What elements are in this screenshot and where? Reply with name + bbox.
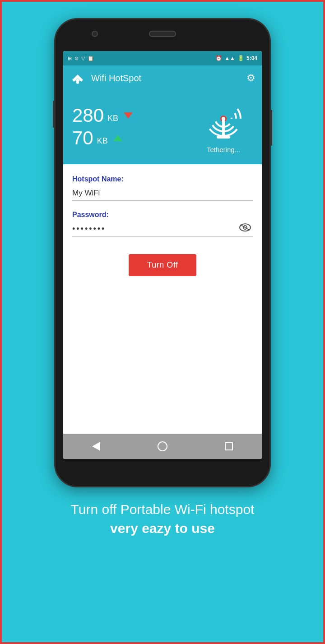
image-icon: ⊞: [68, 56, 72, 61]
toggle-password-icon[interactable]: [239, 223, 251, 234]
back-icon: [92, 442, 100, 451]
hotspot-name-label: Hotspot Name:: [72, 175, 253, 183]
caption-line1: Turn off Portable Wi-Fi hotspot: [71, 500, 255, 519]
svg-rect-8: [222, 119, 225, 137]
nav-recents-button[interactable]: [225, 442, 233, 450]
settings-icon[interactable]: ⚙: [246, 72, 255, 84]
upload-unit: KB: [97, 136, 108, 146]
hotspot-name-input[interactable]: [72, 187, 253, 201]
caption-line2: very eazy to use: [71, 519, 255, 538]
antenna-section: Tethering...: [199, 100, 248, 153]
status-right: ⏰ ▲▲ 🔋 5:04: [215, 55, 257, 61]
recents-icon: [225, 442, 233, 450]
upload-value: 70: [72, 129, 93, 148]
svg-point-2: [76, 81, 79, 84]
phone-top-bar: [56, 19, 269, 51]
status-bar: ⊞ ⊚ ▽ 📋 ⏰ ▲▲ 🔋 5:04: [63, 51, 262, 65]
caption: Turn off Portable Wi-Fi hotspot very eaz…: [53, 500, 273, 538]
phone-screen: ⊞ ⊚ ▽ 📋 ⏰ ▲▲ 🔋 5:04: [63, 51, 262, 459]
home-icon: [158, 441, 167, 451]
upload-arrow-icon: [113, 135, 122, 141]
app-title: Wifi HotSpot: [91, 73, 246, 83]
nav-back-button[interactable]: [92, 442, 100, 451]
phone-bottom-nav: [63, 434, 262, 459]
upload-row: 70 KB: [72, 129, 133, 148]
app-header: Wifi HotSpot ⚙: [63, 65, 262, 91]
download-value: 280: [72, 106, 104, 125]
tethering-status: Tethering...: [207, 146, 240, 153]
password-label: Password:: [72, 211, 253, 219]
vpn-icon: ▽: [81, 56, 85, 61]
phone-camera: [92, 31, 98, 37]
antenna-icon: [199, 100, 248, 145]
phone-shell: ⊞ ⊚ ▽ 📋 ⏰ ▲▲ 🔋 5:04: [54, 18, 271, 487]
download-unit: KB: [107, 114, 118, 123]
status-time: 5:04: [246, 55, 257, 61]
phone-bottom-bar: [56, 459, 269, 486]
password-row: [72, 222, 253, 247]
battery-icon: 🔋: [237, 55, 244, 61]
wifi-logo-icon: [70, 70, 86, 86]
download-row: 280 KB: [72, 106, 133, 125]
turn-off-button[interactable]: Turn Off: [129, 254, 196, 276]
download-arrow-icon: [124, 112, 133, 119]
status-left: ⊞ ⊚ ▽ 📋: [68, 56, 94, 61]
alarm-icon: ⏰: [215, 55, 222, 61]
password-input[interactable]: [72, 222, 253, 237]
svg-rect-9: [217, 136, 230, 139]
clipboard-icon: 📋: [88, 56, 94, 61]
phone-speaker: [149, 31, 176, 37]
nav-home-button[interactable]: [158, 441, 167, 451]
outer-page: ⊞ ⊚ ▽ 📋 ⏰ ▲▲ 🔋 5:04: [0, 0, 325, 644]
hotspot-status-icon: ⊚: [74, 56, 79, 61]
main-teal-section: 280 KB 70 KB: [63, 91, 262, 164]
signal-icon: ▲▲: [224, 55, 235, 61]
form-area: Hotspot Name: Password:: [63, 164, 262, 434]
stats-section: 280 KB 70 KB: [72, 106, 133, 148]
